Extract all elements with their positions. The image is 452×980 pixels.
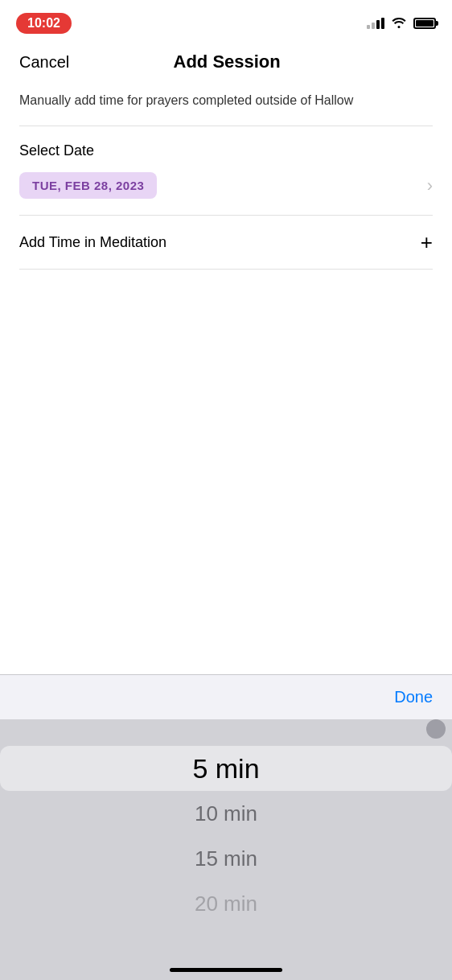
wifi-icon bbox=[391, 15, 407, 32]
done-bar: Done bbox=[0, 674, 452, 719]
page-title: Add Session bbox=[174, 51, 281, 72]
add-time-label: Add Time in Meditation bbox=[19, 234, 166, 251]
plus-icon[interactable]: + bbox=[421, 232, 433, 253]
select-date-section: Select Date TUE, FEB 28, 2023 › bbox=[0, 126, 452, 215]
divider-3 bbox=[19, 269, 433, 270]
select-date-label: Select Date bbox=[19, 142, 433, 159]
picker-item-20min[interactable]: 20 min bbox=[0, 881, 452, 926]
nav-bar: Cancel Add Session bbox=[0, 43, 452, 85]
status-bar: 10:02 bbox=[0, 0, 452, 43]
signal-icon bbox=[367, 18, 384, 29]
bottom-panel: Done 5 min 10 min 15 min 20 min bbox=[0, 674, 452, 980]
picker-container[interactable]: 5 min 10 min 15 min 20 min bbox=[0, 719, 452, 953]
status-icons bbox=[367, 15, 436, 32]
picker-item-15min[interactable]: 15 min bbox=[0, 836, 452, 881]
status-time: 10:02 bbox=[16, 13, 72, 34]
date-row[interactable]: TUE, FEB 28, 2023 › bbox=[19, 172, 433, 199]
add-time-row[interactable]: Add Time in Meditation + bbox=[0, 216, 452, 269]
home-indicator bbox=[170, 968, 282, 972]
subtitle-text: Manually add time for prayers completed … bbox=[0, 85, 452, 126]
chevron-right-icon: › bbox=[427, 175, 433, 196]
cancel-button[interactable]: Cancel bbox=[19, 53, 69, 72]
picker-item-10min[interactable]: 10 min bbox=[0, 791, 452, 836]
battery-icon bbox=[413, 18, 436, 29]
picker-item-5min[interactable]: 5 min bbox=[0, 746, 452, 791]
done-button[interactable]: Done bbox=[394, 688, 433, 706]
date-badge[interactable]: TUE, FEB 28, 2023 bbox=[19, 172, 157, 199]
